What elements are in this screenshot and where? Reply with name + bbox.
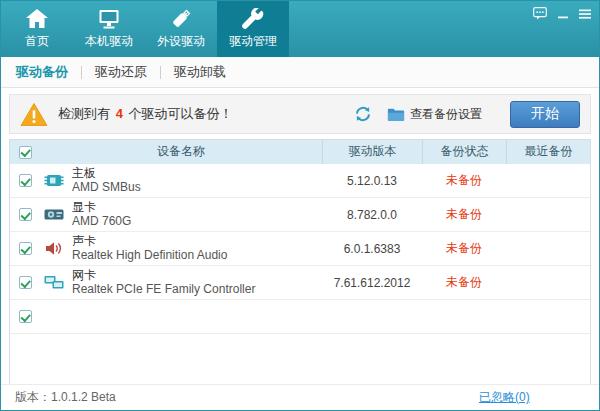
notice-suffix: 个驱动可以备份！	[125, 106, 233, 121]
column-header-device-name: 设备名称	[40, 140, 322, 164]
speaker-icon	[44, 241, 64, 256]
row-checkbox[interactable]	[19, 310, 32, 323]
device-name: Realtek High Definition Audio	[72, 249, 227, 262]
start-button[interactable]: 开始	[510, 101, 580, 128]
table-row[interactable]	[10, 300, 590, 334]
notice-bar: 检测到有 4 个驱动可以备份！ 查看备份设置 开始	[9, 94, 591, 134]
backup-count: 4	[114, 106, 125, 121]
app-window: 首页 本机驱动 外设驱动 驱动管理 驱动备份驱动还原驱动卸载 检测到有 4 个驱…	[0, 0, 600, 411]
table-body: 主板 AMD SMBus 5.12.0.13 未备份 显卡 AMD 760G 8…	[10, 164, 590, 334]
notice-text: 检测到有 4 个驱动可以备份！	[58, 105, 232, 123]
main-nav: 首页 本机驱动 外设驱动 驱动管理	[1, 1, 599, 57]
device-type: 声卡	[72, 235, 227, 248]
backup-status: 未备份	[422, 240, 506, 257]
window-controls	[533, 7, 591, 20]
warning-icon	[20, 102, 48, 127]
row-checkbox[interactable]	[19, 174, 32, 187]
version-label: 版本：1.0.1.2 Beta	[15, 389, 116, 406]
nav-item-driver-management[interactable]: 驱动管理	[217, 1, 289, 57]
column-header-driver-version: 驱动版本	[322, 140, 422, 164]
nav-item-label: 本机驱动	[85, 33, 133, 50]
wrench-icon	[241, 8, 265, 30]
network-icon	[44, 275, 64, 290]
driver-version: 5.12.0.13	[322, 174, 422, 188]
device-name: AMD SMBus	[72, 181, 141, 194]
notice-prefix: 检测到有	[58, 106, 114, 121]
chip-icon	[44, 173, 64, 188]
table-row[interactable]: 声卡 Realtek High Definition Audio 6.0.1.6…	[10, 232, 590, 266]
tab-restore[interactable]: 驱动还原	[82, 57, 160, 87]
device-type: 显卡	[72, 201, 131, 214]
refresh-icon[interactable]	[355, 106, 371, 122]
ignored-link[interactable]: 已忽略(0)	[479, 389, 530, 406]
driver-table: 设备名称 驱动版本 备份状态 最近备份 主板 AMD SMBus 5.12.0.…	[9, 139, 591, 385]
view-backup-settings-link[interactable]: 查看备份设置	[410, 106, 482, 123]
nav-item-label: 外设驱动	[157, 33, 205, 50]
sub-tabs: 驱动备份驱动还原驱动卸载	[1, 57, 599, 88]
feedback-icon[interactable]	[533, 7, 547, 20]
device-type: 主板	[72, 167, 141, 180]
device-type: 网卡	[72, 269, 255, 282]
column-header-backup-status: 备份状态	[422, 140, 506, 164]
minimize-icon[interactable]	[557, 9, 569, 19]
nav-item-home[interactable]: 首页	[1, 1, 73, 57]
table-header: 设备名称 驱动版本 备份状态 最近备份	[10, 140, 590, 164]
driver-version: 7.61.612.2012	[322, 276, 422, 290]
usb-icon	[169, 8, 193, 30]
folder-icon[interactable]	[387, 107, 405, 122]
tab-uninstall[interactable]: 驱动卸载	[161, 57, 239, 87]
driver-version: 8.782.0.0	[322, 208, 422, 222]
backup-status: 未备份	[422, 172, 506, 189]
backup-status: 未备份	[422, 274, 506, 291]
backup-status: 未备份	[422, 206, 506, 223]
device-name: AMD 760G	[72, 215, 131, 228]
table-row[interactable]: 网卡 Realtek PCIe FE Family Controller 7.6…	[10, 266, 590, 300]
column-header-recent-backup: 最近备份	[506, 140, 590, 164]
select-all-checkbox[interactable]	[19, 146, 32, 159]
footer: 版本：1.0.1.2 Beta 已忽略(0)	[1, 384, 599, 410]
nav-item-label: 首页	[25, 33, 49, 50]
tab-backup[interactable]: 驱动备份	[3, 57, 81, 87]
table-row[interactable]: 主板 AMD SMBus 5.12.0.13 未备份	[10, 164, 590, 198]
row-checkbox[interactable]	[19, 208, 32, 221]
nav-items: 首页 本机驱动 外设驱动 驱动管理	[1, 1, 289, 57]
driver-version: 6.0.1.6383	[322, 242, 422, 256]
nav-item-peripheral-drivers[interactable]: 外设驱动	[145, 1, 217, 57]
nav-item-label: 驱动管理	[229, 33, 277, 50]
home-icon	[25, 8, 49, 30]
device-name: Realtek PCIe FE Family Controller	[72, 283, 255, 296]
row-checkbox[interactable]	[19, 276, 32, 289]
menu-icon[interactable]	[579, 9, 591, 19]
monitor-icon	[97, 8, 121, 30]
table-row[interactable]: 显卡 AMD 760G 8.782.0.0 未备份	[10, 198, 590, 232]
row-checkbox[interactable]	[19, 242, 32, 255]
nav-item-local-drivers[interactable]: 本机驱动	[73, 1, 145, 57]
gpu-icon	[44, 207, 64, 222]
